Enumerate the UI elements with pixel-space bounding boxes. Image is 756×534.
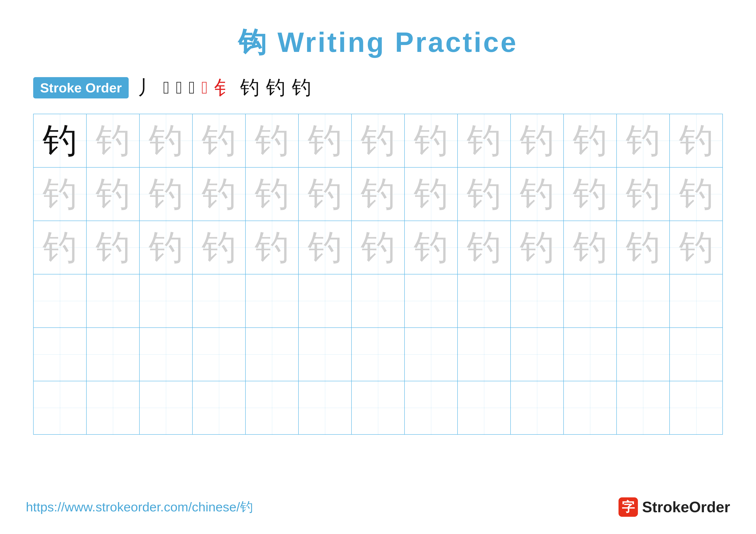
grid-cell-6-1[interactable] <box>34 381 87 434</box>
grid-cell-5-10[interactable] <box>511 328 564 381</box>
char-light: 钓 <box>626 177 660 211</box>
grid-cell-5-5[interactable] <box>246 328 299 381</box>
char-light: 钓 <box>573 177 607 211</box>
char-light: 钓 <box>679 123 714 158</box>
char-light: 钓 <box>255 177 289 211</box>
grid-cell-2-8: 钓 <box>405 167 458 220</box>
grid-cell-5-1[interactable] <box>34 328 87 381</box>
grid-row-6 <box>34 381 722 434</box>
practice-grid: 钓 钓 钓 钓 钓 钓 钓 钓 钓 钓 钓 钓 钓 钓 钓 钓 钓 钓 钓 钓 … <box>33 114 723 435</box>
grid-row-2: 钓 钓 钓 钓 钓 钓 钓 钓 钓 钓 钓 钓 钓 <box>34 167 722 221</box>
grid-cell-4-10[interactable] <box>511 274 564 327</box>
char-light: 钓 <box>96 230 130 265</box>
grid-cell-6-4[interactable] <box>193 381 246 434</box>
grid-cell-1-2: 钓 <box>87 114 140 167</box>
stroke-step-5: 𠃏 <box>202 78 208 98</box>
char-light: 钓 <box>255 123 289 158</box>
char-light: 钓 <box>202 177 236 211</box>
grid-cell-3-13: 钓 <box>670 221 723 274</box>
grid-cell-3-6: 钓 <box>299 221 352 274</box>
grid-cell-5-3[interactable] <box>140 328 193 381</box>
char-solid: 钓 <box>43 123 77 158</box>
grid-cell-2-4: 钓 <box>193 167 246 220</box>
char-light: 钓 <box>573 123 607 158</box>
grid-cell-5-9[interactable] <box>458 328 511 381</box>
grid-cell-6-6[interactable] <box>299 381 352 434</box>
char-light: 钓 <box>679 177 714 211</box>
stroke-step-6: 钅 <box>214 75 233 101</box>
grid-cell-4-13[interactable] <box>670 274 723 327</box>
char-light: 钓 <box>414 230 448 265</box>
grid-cell-1-4: 钓 <box>193 114 246 167</box>
grid-cell-3-9: 钓 <box>458 221 511 274</box>
grid-cell-4-4[interactable] <box>193 274 246 327</box>
grid-cell-2-5: 钓 <box>246 167 299 220</box>
footer-url[interactable]: https://www.strokeorder.com/chinese/钓 <box>26 498 253 516</box>
grid-cell-5-7[interactable] <box>352 328 405 381</box>
grid-cell-6-13[interactable] <box>670 381 723 434</box>
char-light: 钓 <box>520 177 554 211</box>
grid-row-1: 钓 钓 钓 钓 钓 钓 钓 钓 钓 钓 钓 钓 钓 <box>34 114 722 167</box>
grid-cell-5-12[interactable] <box>617 328 670 381</box>
grid-cell-5-4[interactable] <box>193 328 246 381</box>
grid-cell-1-9: 钓 <box>458 114 511 167</box>
grid-cell-5-11[interactable] <box>564 328 617 381</box>
grid-cell-2-11: 钓 <box>564 167 617 220</box>
grid-cell-2-7: 钓 <box>352 167 405 220</box>
char-light: 钓 <box>361 230 395 265</box>
page-title: 钩 Writing Practice <box>238 24 518 62</box>
char-light: 钓 <box>414 177 448 211</box>
char-light: 钓 <box>202 123 236 158</box>
grid-cell-6-2[interactable] <box>87 381 140 434</box>
char-light: 钓 <box>149 123 183 158</box>
grid-cell-3-8: 钓 <box>405 221 458 274</box>
grid-cell-6-5[interactable] <box>246 381 299 434</box>
char-light: 钓 <box>361 123 395 158</box>
grid-row-5 <box>34 328 722 381</box>
grid-cell-4-2[interactable] <box>87 274 140 327</box>
footer-logo: 字 StrokeOrder <box>618 497 730 517</box>
grid-cell-2-10: 钓 <box>511 167 564 220</box>
grid-cell-6-7[interactable] <box>352 381 405 434</box>
grid-cell-4-6[interactable] <box>299 274 352 327</box>
grid-cell-5-8[interactable] <box>405 328 458 381</box>
grid-cell-4-12[interactable] <box>617 274 670 327</box>
char-light: 钓 <box>308 230 342 265</box>
grid-cell-5-2[interactable] <box>87 328 140 381</box>
grid-cell-3-1: 钓 <box>34 221 87 274</box>
grid-cell-6-9[interactable] <box>458 381 511 434</box>
stroke-order-badge: Stroke Order <box>33 77 129 98</box>
grid-cell-1-13: 钓 <box>670 114 723 167</box>
grid-cell-4-3[interactable] <box>140 274 193 327</box>
grid-cell-4-5[interactable] <box>246 274 299 327</box>
char-light: 钓 <box>43 177 77 211</box>
stroke-step-2: 𠃊 <box>163 78 169 98</box>
grid-cell-5-6[interactable] <box>299 328 352 381</box>
grid-cell-1-1: 钓 <box>34 114 87 167</box>
grid-cell-6-11[interactable] <box>564 381 617 434</box>
grid-cell-6-10[interactable] <box>511 381 564 434</box>
grid-cell-2-9: 钓 <box>458 167 511 220</box>
char-light: 钓 <box>573 230 607 265</box>
char-light: 钓 <box>467 230 501 265</box>
char-light: 钓 <box>96 123 130 158</box>
stroke-order-row: Stroke Order 丿 𠃊 𠃌 𠃍 𠃏 钅 钓 钓 钓 <box>33 75 723 101</box>
grid-cell-4-9[interactable] <box>458 274 511 327</box>
grid-cell-2-1: 钓 <box>34 167 87 220</box>
grid-cell-6-8[interactable] <box>405 381 458 434</box>
grid-cell-6-12[interactable] <box>617 381 670 434</box>
char-light: 钓 <box>308 177 342 211</box>
grid-cell-3-3: 钓 <box>140 221 193 274</box>
strokeorder-logo-text: StrokeOrder <box>642 498 730 516</box>
grid-cell-4-7[interactable] <box>352 274 405 327</box>
grid-cell-4-8[interactable] <box>405 274 458 327</box>
stroke-step-9: 钓 <box>292 75 311 101</box>
grid-cell-6-3[interactable] <box>140 381 193 434</box>
grid-cell-4-11[interactable] <box>564 274 617 327</box>
stroke-step-3: 𠃌 <box>176 78 182 98</box>
grid-cell-2-3: 钓 <box>140 167 193 220</box>
grid-cell-5-13[interactable] <box>670 328 723 381</box>
grid-cell-1-11: 钓 <box>564 114 617 167</box>
grid-cell-4-1[interactable] <box>34 274 87 327</box>
grid-cell-2-12: 钓 <box>617 167 670 220</box>
